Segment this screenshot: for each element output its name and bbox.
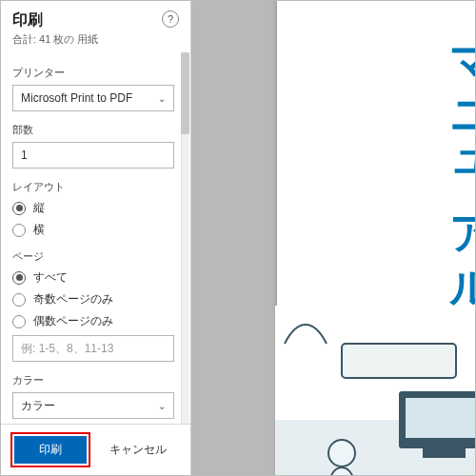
settings-scroll: プリンター Microsoft Print to PDF ⌄ 部数 1 レイアウ…	[1, 52, 190, 424]
dialog-title: 印刷	[12, 10, 98, 30]
pages-odd[interactable]: 奇数ページのみ	[12, 291, 181, 307]
cancel-button[interactable]: キャンセル	[100, 436, 176, 464]
sheet-count: 合計: 41 枚の 用紙	[12, 32, 98, 47]
printer-select[interactable]: Microsoft Print to PDF ⌄	[12, 85, 174, 111]
pages-even[interactable]: 偶数ページのみ	[12, 313, 181, 329]
pages-all[interactable]: すべて	[12, 269, 181, 286]
color-label: カラー	[12, 373, 181, 387]
radio-icon	[12, 293, 26, 307]
print-button-highlight: 印刷	[10, 432, 90, 467]
dialog-footer: 印刷 キャンセル	[1, 424, 190, 475]
layout-portrait[interactable]: 縦	[12, 200, 181, 216]
document-title: マニュアル	[448, 20, 475, 297]
radio-icon	[12, 271, 26, 285]
print-button[interactable]: 印刷	[14, 436, 87, 464]
chevron-down-icon: ⌄	[158, 93, 166, 104]
scrollbar-thumb[interactable]	[181, 52, 189, 134]
radio-icon	[12, 224, 26, 237]
page-range-input[interactable]: 例: 1-5、8、11-13	[12, 335, 174, 362]
help-icon[interactable]: ?	[162, 10, 179, 28]
print-dialog: 印刷 合計: 41 枚の 用紙 ? プリンター Microsoft Print …	[0, 0, 476, 476]
radio-icon	[12, 202, 26, 215]
svg-point-6	[328, 440, 355, 466]
printer-value: Microsoft Print to PDF	[21, 91, 132, 105]
copies-label: 部数	[12, 123, 181, 137]
panel-header: 印刷 合計: 41 枚の 用紙 ?	[1, 1, 190, 52]
svg-rect-5	[423, 448, 466, 458]
printer-label: プリンター	[12, 66, 181, 80]
print-preview: マニュアル	[191, 1, 475, 475]
color-select[interactable]: カラー ⌄	[12, 392, 174, 419]
svg-rect-2	[342, 344, 456, 378]
svg-rect-4	[406, 398, 475, 438]
copies-input[interactable]: 1	[12, 142, 174, 169]
illustration	[275, 306, 475, 475]
layout-landscape[interactable]: 横	[12, 222, 181, 238]
chevron-down-icon: ⌄	[158, 401, 166, 411]
pages-label: ページ	[12, 249, 181, 264]
layout-label: レイアウト	[12, 180, 181, 194]
sidebar-panel: 印刷 合計: 41 枚の 用紙 ? プリンター Microsoft Print …	[1, 1, 191, 475]
color-value: カラー	[21, 398, 55, 414]
radio-icon	[12, 315, 26, 328]
